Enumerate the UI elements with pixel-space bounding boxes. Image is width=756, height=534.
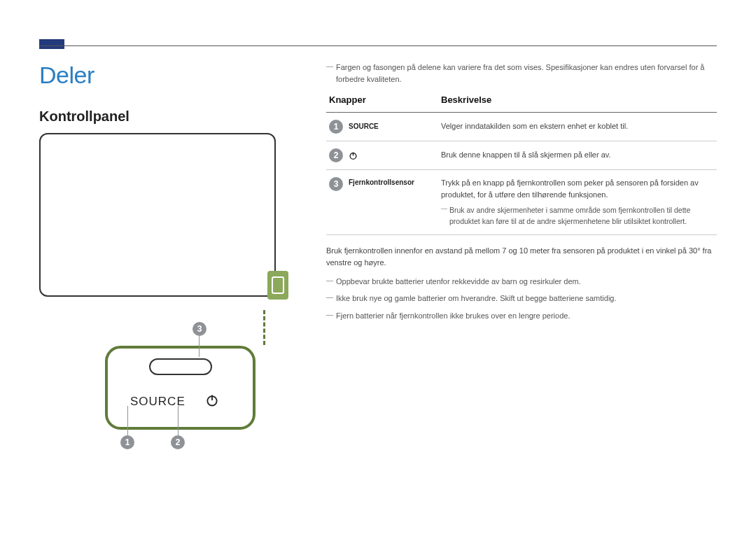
leader-1 (127, 406, 128, 435)
row3-subnote: Bruk av andre skjermenheter i samme områ… (441, 205, 714, 227)
bottom-note-1: Oppbevar brukte batterier utenfor rekkev… (326, 276, 717, 288)
col-header-knapper: Knapper (326, 90, 438, 113)
row1-desc: Velger inndatakilden som en ekstern enhe… (438, 113, 717, 141)
row3-desc: Trykk på en knapp på fjernkontrollen som… (441, 178, 699, 199)
header-rule (39, 45, 717, 46)
page-title: Deler (39, 62, 298, 89)
table-row: 2 Bruk denne knappen til å slå skjermen … (326, 141, 717, 170)
power-icon (205, 393, 219, 410)
badge-2-icon: 2 (329, 148, 343, 162)
buttons-table: Knapper Beskrivelse 1 SOURCE Velger innd… (326, 90, 717, 235)
remote-sensor-graphic (267, 271, 288, 300)
sensor-window (149, 358, 212, 375)
row2-desc: Bruk denne knappen til å slå skjermen på… (438, 141, 717, 170)
header-accent (39, 39, 64, 49)
table-row: 3 Fjernkontrollsensor Trykk på en knapp … (326, 170, 717, 235)
dashed-connector (263, 310, 265, 345)
bottom-note-2: Ikke bruk nye og gamle batterier om hver… (326, 293, 717, 304)
section-title: Kontrollpanel (39, 108, 298, 125)
leader-2 (178, 406, 178, 435)
table-row: 1 SOURCE Velger inndatakilden som en eks… (326, 113, 717, 141)
intro-note: Fargen og fasongen på delene kan variere… (326, 62, 717, 85)
callout-badge-2-icon: 2 (171, 435, 185, 449)
row1-label: SOURCE (349, 121, 379, 132)
bottom-note-3: Fjern batterier når fjernkontrollen ikke… (326, 310, 717, 322)
control-panel-diagram (39, 133, 298, 297)
leader-3 (199, 336, 200, 357)
badge-1-icon: 1 (329, 120, 343, 134)
power-icon (349, 151, 358, 160)
callout-badge-3-icon: 3 (192, 322, 206, 336)
callout-badge-1-icon: 1 (120, 435, 134, 449)
row3-label: Fjernkontrollsensor (349, 177, 414, 188)
display-outline (39, 133, 276, 297)
button-panel-graphic: SOURCE (105, 346, 272, 430)
badge-3-icon: 3 (329, 177, 343, 191)
source-button-label: SOURCE (130, 395, 186, 409)
col-header-beskrivelse: Beskrivelse (438, 90, 717, 113)
usage-text: Bruk fjernkontrollen innenfor en avstand… (326, 245, 717, 269)
